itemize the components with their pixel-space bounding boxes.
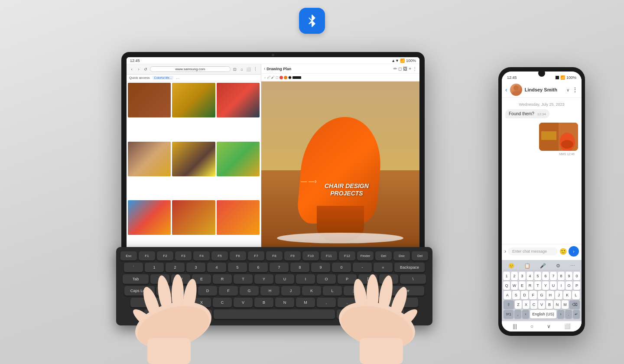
photo-cell-7[interactable] bbox=[128, 200, 171, 235]
key-n[interactable]: N bbox=[275, 298, 294, 307]
key-backspace[interactable]: Backspace bbox=[394, 263, 425, 272]
key-fn[interactable]: Fn bbox=[172, 309, 191, 319]
key-a[interactable]: A bbox=[156, 286, 176, 296]
phone-key-y[interactable]: Y bbox=[542, 281, 549, 290]
key-v[interactable]: V bbox=[234, 298, 253, 307]
key-f3[interactable]: F3 bbox=[175, 251, 192, 260]
phone-key-j[interactable]: J bbox=[555, 291, 563, 299]
key-2[interactable]: 2 bbox=[166, 263, 185, 272]
key-f9[interactable]: F9 bbox=[284, 251, 301, 260]
tool-brush[interactable]: 🖌 bbox=[271, 75, 275, 79]
key-i[interactable]: I bbox=[296, 274, 315, 284]
key-w[interactable]: W bbox=[171, 274, 190, 284]
emoji-button[interactable]: 🙂 bbox=[559, 248, 567, 255]
more-drawing-icon[interactable]: ⋮ bbox=[413, 66, 417, 71]
address-bar[interactable]: www.samsung.com bbox=[150, 66, 231, 72]
key-o[interactable]: O bbox=[317, 274, 336, 284]
keyboard-mic-icon[interactable]: 🎤 bbox=[540, 263, 546, 269]
drawing-back-btn[interactable]: ‹ bbox=[264, 66, 265, 71]
phone-key-d[interactable]: D bbox=[521, 291, 529, 299]
photo-cell-4[interactable] bbox=[128, 142, 171, 176]
phone-key-p[interactable]: P bbox=[573, 281, 580, 290]
key-ctrl[interactable]: Ctrl bbox=[144, 309, 170, 319]
phone-key-w[interactable]: W bbox=[511, 281, 518, 290]
phone-key-comma-key[interactable]: , bbox=[514, 310, 521, 318]
phone-key-n[interactable]: N bbox=[554, 300, 561, 309]
key-space[interactable] bbox=[214, 309, 335, 319]
key-lshift[interactable]: Shift bbox=[130, 298, 169, 307]
phone-key-u[interactable]: U bbox=[550, 281, 557, 290]
phone-key-h[interactable]: H bbox=[546, 291, 554, 299]
key-f12[interactable]: F12 bbox=[339, 251, 355, 260]
phone-nav-apps[interactable]: ⬜ bbox=[564, 323, 571, 329]
phone-key-cv[interactable]: C bbox=[530, 300, 537, 309]
phone-key-space[interactable]: English (US) bbox=[530, 310, 556, 318]
phone-key-z[interactable]: Z bbox=[515, 300, 522, 309]
key-f10[interactable]: F10 bbox=[302, 251, 319, 260]
chat-input-field[interactable]: Enter chat message bbox=[508, 247, 558, 255]
phone-key-1[interactable]: 1 bbox=[503, 272, 510, 280]
key-capslock[interactable]: Caps Lock bbox=[124, 286, 155, 296]
add-icon[interactable]: + bbox=[409, 66, 411, 71]
phone-key-6[interactable]: 6 bbox=[542, 272, 549, 280]
key-rctrl[interactable]: Ctrl bbox=[358, 309, 377, 319]
key-rshift[interactable]: Shift bbox=[379, 298, 418, 307]
image-icon[interactable]: 🖼 bbox=[403, 66, 407, 71]
phone-key-2[interactable]: 2 bbox=[511, 272, 518, 280]
bookmark-tag[interactable]: Colorful life... bbox=[153, 76, 174, 80]
key-y[interactable]: Y bbox=[254, 274, 273, 284]
expand-icon[interactable]: › bbox=[504, 248, 506, 254]
tool-lasso[interactable]: ⬦ bbox=[264, 75, 266, 79]
key-f4[interactable]: F4 bbox=[193, 251, 210, 260]
phone-key-8[interactable]: 8 bbox=[558, 272, 565, 280]
phone-key-return[interactable]: ↵ bbox=[573, 310, 580, 318]
key-esc[interactable]: Esc bbox=[120, 251, 137, 260]
key-f8[interactable]: F8 bbox=[266, 251, 283, 260]
color-black[interactable] bbox=[288, 76, 292, 79]
phone-key-0[interactable]: 0 bbox=[573, 272, 580, 280]
key-l[interactable]: L bbox=[323, 286, 342, 296]
key-k[interactable]: K bbox=[302, 286, 321, 296]
key-x[interactable]: X bbox=[192, 298, 211, 307]
phone-key-r[interactable]: R bbox=[526, 281, 533, 290]
phone-key-l[interactable]: L bbox=[572, 291, 580, 299]
key-5[interactable]: 5 bbox=[228, 263, 247, 272]
key-r[interactable]: R bbox=[213, 274, 232, 284]
phone-nav-recent[interactable]: ||| bbox=[513, 323, 517, 329]
key-rbracket[interactable]: ] bbox=[379, 274, 398, 284]
phone-key-g[interactable]: G bbox=[538, 291, 546, 299]
photo-cell-5[interactable] bbox=[172, 142, 215, 176]
chat-back-button[interactable]: ‹ bbox=[505, 86, 507, 93]
key-ralt[interactable]: Alt bbox=[337, 309, 356, 319]
key-m[interactable]: M bbox=[296, 298, 315, 307]
phone-key-shift[interactable]: ⇧ bbox=[504, 300, 514, 309]
key-del2[interactable]: Del bbox=[412, 251, 428, 260]
stroke-width[interactable] bbox=[292, 76, 301, 79]
phone-key-a[interactable]: A bbox=[504, 291, 511, 299]
key-t[interactable]: T bbox=[234, 274, 253, 284]
key-f11[interactable]: F11 bbox=[321, 251, 337, 260]
photo-cell-1[interactable] bbox=[128, 83, 171, 117]
menu-button[interactable]: ⋮ bbox=[253, 67, 258, 72]
key-u[interactable]: U bbox=[275, 274, 294, 284]
key-semicolon[interactable]: ; bbox=[344, 286, 363, 296]
photo-cell-3[interactable] bbox=[217, 83, 260, 117]
phone-key-4[interactable]: 4 bbox=[526, 272, 533, 280]
phone-key-m[interactable]: M bbox=[562, 300, 569, 309]
key-z[interactable]: Z bbox=[171, 298, 190, 307]
key-7[interactable]: 7 bbox=[270, 263, 289, 272]
key-comma[interactable]: , bbox=[317, 298, 336, 307]
key-g[interactable]: G bbox=[240, 286, 259, 296]
phone-key-s[interactable]: S bbox=[512, 291, 520, 299]
phone-key-3[interactable]: 3 bbox=[519, 272, 526, 280]
key-6[interactable]: 6 bbox=[249, 263, 268, 272]
photo-cell-9[interactable] bbox=[217, 200, 260, 235]
phone-key-9[interactable]: 9 bbox=[566, 272, 572, 280]
phone-key-i[interactable]: I bbox=[558, 281, 565, 290]
key-equals[interactable]: = bbox=[374, 263, 393, 272]
pen-icon[interactable]: ✏ bbox=[393, 66, 397, 71]
key-9[interactable]: 9 bbox=[311, 263, 330, 272]
key-4[interactable]: 4 bbox=[207, 263, 226, 272]
key-finder[interactable]: Finder bbox=[357, 251, 374, 260]
keyboard-more-icon[interactable]: ⋯ bbox=[570, 263, 575, 269]
